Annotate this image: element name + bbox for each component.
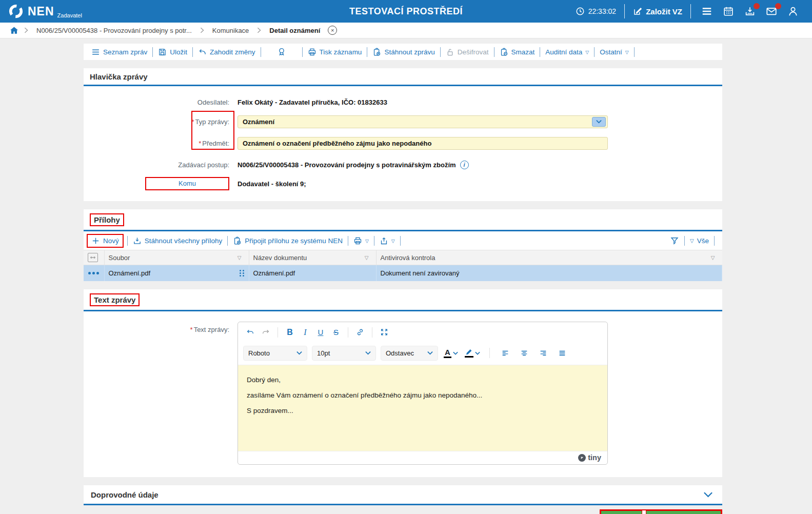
expand-section-button[interactable] [701, 491, 715, 498]
column-settings-header [84, 250, 104, 265]
drag-handle-icon[interactable] [240, 270, 245, 276]
podepsat-a-odeslat-button[interactable]: Podepsat a odeslat [646, 510, 721, 514]
italic-button[interactable]: I [298, 326, 312, 339]
create-vz-button[interactable]: Založit VZ [630, 7, 685, 16]
table-header-row: Soubor ▽ Název dokumentu ▽ Antivirová ko… [84, 250, 722, 265]
row-soubor-cell[interactable]: Oznámení.pdf [104, 265, 249, 281]
section-title: Přílohy [90, 213, 124, 226]
tisk-zaznamu-button[interactable]: Tisk záznamu [305, 47, 365, 57]
align-center-button[interactable] [517, 346, 531, 360]
hamburger-icon [701, 6, 712, 17]
calendar-button[interactable] [718, 6, 739, 17]
section-hlavicka-zpravy: Hlavička zprávy Odesílatel: Felix Okátý … [84, 68, 722, 201]
ulozit-button[interactable]: Uložit [155, 47, 190, 57]
align-justify-button[interactable] [555, 346, 569, 360]
section-prilohy: Přílohy Nový Stáhnout všechny přílohy Př… [84, 209, 722, 281]
redo-icon [262, 328, 270, 337]
stahnout-zpravu-button[interactable]: Stáhnout zprávu [370, 47, 437, 57]
filter-caret-icon: ▽ [690, 238, 694, 244]
ostatni-button[interactable]: Ostatní▽ [597, 47, 631, 57]
desifrovat-button[interactable]: Dešifrovat [443, 47, 491, 57]
tiny-brand-text[interactable]: tiny [588, 453, 601, 462]
close-tab-icon[interactable]: × [328, 26, 337, 35]
export-attachments-button[interactable]: ▽ [377, 235, 398, 246]
message-body-editable[interactable]: Dobrý den, zasíláme Vám oznámení o označ… [238, 365, 607, 451]
breadcrumb-item-detail[interactable]: Detail oznámení [266, 26, 323, 35]
align-right-button[interactable] [536, 346, 550, 360]
column-header-antivirova-kontrola[interactable]: Antivirová kontrola ▽ [376, 250, 722, 265]
align-left-button[interactable] [498, 346, 512, 360]
odeslat-button[interactable]: Odeslat [601, 510, 642, 514]
dropdown-caret-icon: ▽ [585, 50, 589, 55]
zahodit-zmeny-button[interactable]: Zahodit změny [195, 47, 258, 57]
printer-icon [353, 236, 362, 245]
predmet-input[interactable] [237, 137, 608, 150]
print-attachments-button[interactable]: ▽ [351, 235, 371, 246]
breadcrumb-item-procedure[interactable]: N006/25/V00005438 - Provozování prodejny… [33, 26, 195, 35]
stahnout-vsechny-prilohy-button[interactable]: Stáhnout všechny přílohy [130, 235, 225, 246]
font-family-select[interactable]: Roboto [243, 346, 307, 361]
filter-vse-button[interactable]: ▽ Vše [687, 236, 711, 246]
highlight-color-button[interactable] [464, 348, 481, 358]
chevron-right-icon [24, 27, 29, 33]
clipboard-delete-icon [500, 48, 508, 56]
seznam-zprav-button[interactable]: Seznam zpráv [89, 47, 150, 57]
user-profile-button[interactable] [782, 6, 804, 17]
komu-label-cell: Komu [84, 177, 233, 190]
section-header: Text zprávy [84, 289, 722, 311]
novy-button[interactable]: Nový [89, 235, 122, 246]
komu-button[interactable]: Komu [145, 177, 229, 190]
bold-button[interactable]: B [283, 326, 297, 339]
tiny-logo-icon [578, 454, 586, 462]
fullscreen-button[interactable] [377, 326, 391, 339]
seal-icon [277, 47, 286, 56]
breadcrumb-home[interactable] [9, 26, 19, 35]
column-settings-icon[interactable] [88, 253, 98, 262]
clipboard-attach-icon [233, 236, 242, 245]
main-menu-button[interactable] [696, 6, 718, 17]
filter-button[interactable] [667, 235, 682, 246]
separator [494, 47, 494, 57]
column-filter-icon[interactable]: ▽ [362, 254, 372, 261]
section-title: Doprovodné údaje [91, 490, 159, 499]
downloads-button[interactable] [739, 6, 761, 17]
strikethrough-button[interactable]: S [329, 326, 343, 339]
column-header-nazev-dokumentu[interactable]: Název dokumentu ▽ [249, 250, 376, 265]
row-menu-cell[interactable] [84, 265, 104, 281]
table-row[interactable]: Oznámení.pdf Oznámení.pdf Dokument není … [84, 265, 722, 281]
block-format-select[interactable]: Odstavec [381, 346, 438, 361]
typ-zpravy-select[interactable]: Oznámení [237, 115, 608, 128]
auditni-data-button[interactable]: Auditní data▽ [543, 47, 591, 57]
separator [690, 4, 691, 18]
messages-button[interactable] [761, 6, 782, 17]
section-header: Přílohy [84, 209, 722, 231]
smazat-button[interactable]: Smazat [497, 47, 538, 57]
row-nazev-cell[interactable]: Oznámení.pdf [249, 265, 376, 281]
separator [152, 47, 153, 57]
section-header: Doprovodné údaje [84, 485, 722, 505]
separator [348, 236, 348, 246]
insert-link-button[interactable] [353, 326, 367, 339]
column-filter-icon[interactable]: ▽ [234, 254, 245, 261]
font-size-select[interactable]: 10pt [312, 346, 376, 361]
undo-button[interactable] [243, 326, 258, 339]
breadcrumb-item-communication[interactable]: Komunikace [209, 26, 252, 35]
chevron-down-icon[interactable] [592, 117, 606, 127]
column-filter-icon[interactable]: ▽ [708, 254, 718, 261]
printer-icon [308, 48, 316, 56]
column-header-soubor[interactable]: Soubor ▽ [104, 250, 249, 265]
redo-button[interactable] [259, 326, 273, 339]
zadavaci-postup-value: N006/25/V00005438 - Provozování prodejny… [233, 161, 469, 169]
nen-logo[interactable]: NEN Zadavatel [8, 4, 82, 19]
funnel-icon [670, 236, 679, 245]
message-paragraph: Dobrý den, [247, 376, 599, 384]
separator [278, 327, 278, 338]
seal-button[interactable] [264, 46, 300, 57]
document-download-icon [372, 48, 381, 56]
separator [227, 236, 228, 246]
text-color-button[interactable]: A [443, 348, 459, 358]
info-icon[interactable]: i [460, 161, 469, 169]
underline-button[interactable]: U [313, 326, 328, 339]
text-editor-row: *Text zprávy: B I U S [84, 311, 722, 477]
pripojit-prilohu-button[interactable]: Připojit přílohu ze systému NEN [230, 235, 345, 246]
